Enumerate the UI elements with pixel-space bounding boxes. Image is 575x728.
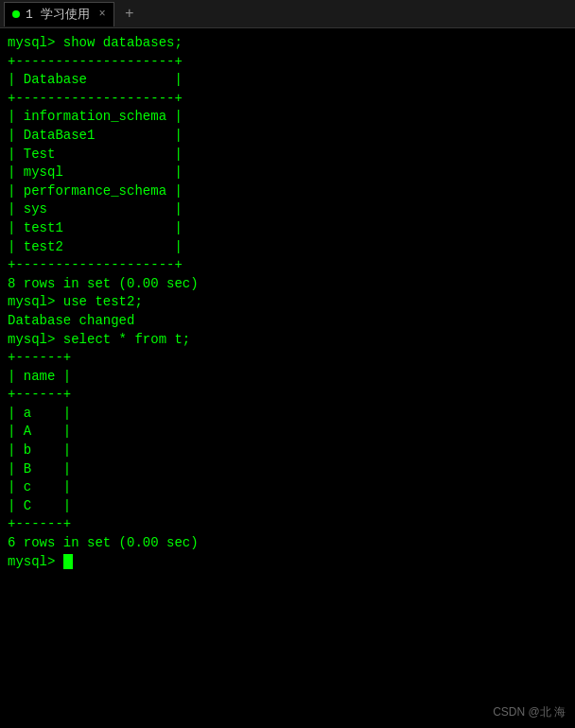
tab-dot bbox=[12, 10, 20, 18]
terminal-line: | B | bbox=[8, 460, 567, 479]
terminal-line: | a | bbox=[8, 405, 567, 424]
terminal-line: | sys | bbox=[8, 200, 567, 219]
tab-close-button[interactable]: × bbox=[99, 8, 106, 21]
terminal-line: +------+ bbox=[8, 515, 567, 534]
terminal-line: +------+ bbox=[8, 386, 567, 405]
watermark: CSDN @北 海 bbox=[493, 704, 566, 720]
terminal-line: | name | bbox=[8, 368, 567, 387]
terminal-line: | performance_schema | bbox=[8, 182, 567, 201]
terminal-line: +------+ bbox=[8, 349, 567, 368]
terminal-line: mysql> bbox=[8, 553, 567, 572]
tab-bar: 1 学习使用 × + bbox=[0, 0, 575, 28]
terminal-output: mysql> show databases;+-----------------… bbox=[0, 28, 575, 728]
tab-item-1[interactable]: 1 学习使用 × bbox=[4, 2, 114, 26]
terminal-line: | A | bbox=[8, 423, 567, 442]
terminal-line: | Test | bbox=[8, 146, 567, 165]
terminal-line: | mysql | bbox=[8, 164, 567, 182]
terminal-line: | C | bbox=[8, 497, 567, 516]
terminal-line: +--------------------+ bbox=[8, 53, 567, 72]
terminal-line: 8 rows in set (0.00 sec) bbox=[8, 275, 567, 294]
tab-label: 1 学习使用 bbox=[26, 6, 90, 23]
terminal-cursor bbox=[63, 554, 73, 569]
terminal-line: | c | bbox=[8, 478, 567, 497]
terminal-line: | DataBase1 | bbox=[8, 127, 567, 146]
terminal-line: | b | bbox=[8, 442, 567, 460]
terminal-line: mysql> use test2; bbox=[8, 293, 567, 312]
terminal-line: | Database | bbox=[8, 71, 567, 90]
terminal-line: mysql> show databases; bbox=[8, 34, 567, 53]
terminal-line: | test2 | bbox=[8, 238, 567, 257]
new-tab-button[interactable]: + bbox=[118, 3, 141, 26]
terminal-line: +--------------------+ bbox=[8, 90, 567, 109]
terminal-line: 6 rows in set (0.00 sec) bbox=[8, 534, 567, 553]
terminal-line: mysql> select * from t; bbox=[8, 331, 567, 350]
terminal-line: +--------------------+ bbox=[8, 256, 567, 275]
terminal-line: | test1 | bbox=[8, 219, 567, 238]
terminal-line: | information_schema | bbox=[8, 108, 567, 127]
terminal-line: Database changed bbox=[8, 312, 567, 331]
